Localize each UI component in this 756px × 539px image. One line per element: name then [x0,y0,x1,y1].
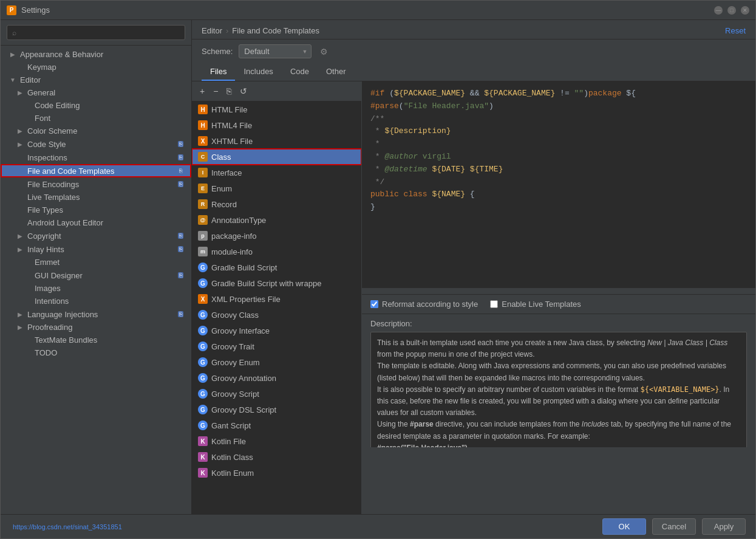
cancel-button[interactable]: Cancel [652,518,696,535]
sidebar-item-copyright[interactable]: ▶ Copyright ⎘ [1,229,191,242]
live-templates-checkbox[interactable] [490,300,498,308]
list-item[interactable]: @ AnnotationType [192,212,361,228]
sidebar-item-label: Proofreading [27,323,72,332]
close-button[interactable]: ✕ [741,6,749,15]
tab-includes[interactable]: Includes [235,63,281,81]
sidebar-item-intentions[interactable]: Intentions [1,295,191,307]
badge: ⎘ [178,246,183,252]
list-item[interactable]: E Enum [192,180,361,196]
copy-badge-icon: ⎘ [175,139,185,149]
template-icon: K [198,452,208,462]
template-icon: G [198,342,208,351]
window-controls: — □ ✕ [714,6,749,15]
sidebar: ⌕ ▶ Appearance & Behavior Keymap ▼ [1,20,192,514]
sidebar-item-editor[interactable]: ▼ Editor [1,74,191,86]
list-item[interactable]: K Kotlin Enum [192,465,361,481]
list-item[interactable]: G Groovy DSL Script [192,402,361,417]
list-item[interactable]: p package-info [192,228,361,244]
template-icon: G [198,326,208,335]
sidebar-item-proofreading[interactable]: ▶ Proofreading [1,321,191,334]
sidebar-item-appearance[interactable]: ▶ Appearance & Behavior [1,48,191,61]
copy-template-button[interactable]: ⎘ [223,85,234,97]
tab-files[interactable]: Files [202,63,235,81]
apply-button[interactable]: Apply [702,518,746,535]
tab-other[interactable]: Other [318,63,355,81]
sidebar-item-file-encodings[interactable]: File Encodings ⎘ [1,177,191,191]
scheme-select[interactable]: Default [239,44,312,58]
list-item[interactable]: G Groovy Annotation [192,370,361,386]
list-item[interactable]: C Class [192,149,361,165]
reformat-checkbox-wrap[interactable]: Reformat according to style [370,300,478,309]
sidebar-item-language-injections[interactable]: ▶ Language Injections ⎘ [1,307,191,321]
sidebar-item-label: Live Templates [27,193,80,202]
code-line-5: * [370,138,747,151]
sidebar-item-images[interactable]: Images [1,282,191,295]
sidebar-item-inspections[interactable]: Inspections ⎘ [1,151,191,164]
titlebar: P Settings — □ ✕ [1,1,755,20]
list-item[interactable]: G Gant Script [192,417,361,433]
sidebar-item-code-style[interactable]: ▶ Code Style ⎘ [1,137,191,151]
template-label: Kotlin File [211,437,246,446]
sidebar-item-emmet[interactable]: Emmet [1,256,191,269]
list-item[interactable]: G Groovy Class [192,307,361,323]
code-area: #if (${PACKAGE_NAME} && ${PACKAGE_NAME} … [362,81,755,514]
sidebar-item-file-and-code-templates[interactable]: File and Code Templates ⎘ [1,164,191,177]
list-item[interactable]: G Groovy Trait [192,338,361,354]
sidebar-item-textmate-bundles[interactable]: TextMate Bundles [1,334,191,346]
code-editor[interactable]: #if (${PACKAGE_NAME} && ${PACKAGE_NAME} … [362,81,755,288]
badge: ⎘ [178,141,183,147]
template-label: Enum [211,184,232,193]
scheme-gear-button[interactable]: ⚙ [318,46,330,58]
sidebar-item-gui-designer[interactable]: GUI Designer ⎘ [1,269,191,282]
sidebar-item-general[interactable]: ▶ General [1,86,191,99]
sidebar-item-label: Code Editing [35,101,80,110]
template-label: Interface [211,168,242,177]
ok-button[interactable]: OK [602,518,646,535]
sidebar-item-android-layout-editor[interactable]: Android Layout Editor [1,216,191,229]
sidebar-item-font[interactable]: Font [1,112,191,125]
sidebar-item-label: Editor [20,75,41,84]
template-label: XHTML File [211,137,253,146]
template-label: Gradle Build Script with wrappe [211,279,321,288]
sidebar-item-file-types[interactable]: File Types [1,204,191,216]
reset-button[interactable]: Reset [725,26,746,35]
maximize-button[interactable]: □ [727,6,736,15]
sidebar-item-keymap[interactable]: Keymap [1,61,191,74]
list-item[interactable]: m module-info [192,244,361,259]
template-icon: R [198,199,208,209]
sidebar-item-inlay-hints[interactable]: ▶ Inlay Hints ⎘ [1,242,191,256]
reset-template-button[interactable]: ↺ [237,85,250,97]
template-label: Kotlin Enum [211,469,254,478]
add-template-button[interactable]: + [197,85,208,97]
minimize-button[interactable]: — [714,6,723,15]
copy-badge-icon: ⎘ [175,179,185,189]
list-item[interactable]: K Kotlin Class [192,449,361,465]
list-item[interactable]: X XHTML File [192,133,361,149]
sidebar-item-todo[interactable]: TODO [1,346,191,359]
expand-arrow: ▶ [16,128,24,134]
list-item[interactable]: H HTML File [192,101,361,117]
template-label: Groovy Script [211,390,259,399]
list-item[interactable]: H HTML4 File [192,117,361,133]
list-item[interactable]: G Groovy Script [192,386,361,402]
list-item[interactable]: G Groovy Interface [192,323,361,338]
sidebar-item-color-scheme[interactable]: ▶ Color Scheme [1,125,191,137]
badge: ⎘ [178,311,183,317]
reformat-checkbox[interactable] [370,300,378,308]
list-item[interactable]: G Gradle Build Script [192,259,361,275]
sidebar-item-label: Appearance & Behavior [20,50,103,59]
sidebar-item-code-editing[interactable]: Code Editing [1,99,191,112]
remove-template-button[interactable]: − [210,85,221,97]
list-item[interactable]: G Groovy Enum [192,354,361,370]
tab-code[interactable]: Code [282,63,318,81]
live-templates-checkbox-wrap[interactable]: Enable Live Templates [490,300,581,309]
list-item[interactable]: G Gradle Build Script with wrappe [192,275,361,291]
list-item[interactable]: I Interface [192,165,361,180]
search-input[interactable] [20,28,180,37]
settings-window: P Settings — □ ✕ ⌕ ▶ Appearance & Behavi… [0,0,756,539]
sidebar-item-live-templates[interactable]: Live Templates [1,191,191,204]
list-item[interactable]: R Record [192,196,361,212]
template-label: Class [211,153,231,162]
list-item[interactable]: X XML Properties File [192,291,361,307]
list-item[interactable]: K Kotlin File [192,433,361,449]
